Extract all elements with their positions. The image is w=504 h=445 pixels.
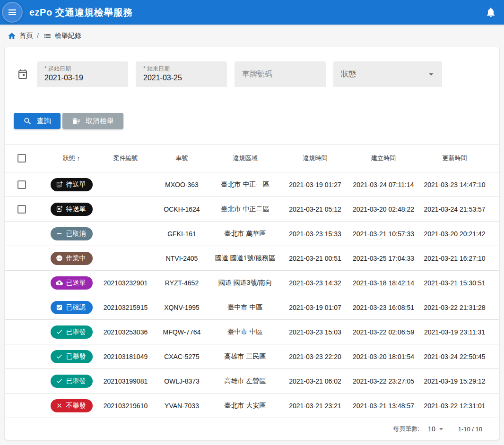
status-label: 不舉發 — [66, 402, 86, 410]
notifications-button[interactable] — [485, 7, 496, 18]
breadcrumb-home[interactable]: 首頁 — [8, 32, 33, 40]
sort-arrow-up-icon: ↑ — [77, 154, 80, 162]
area-cell: 臺中市 中區 — [210, 303, 280, 312]
status-icon — [56, 304, 63, 311]
breadcrumb-current-label: 檢舉紀錄 — [55, 32, 81, 40]
column-header-plate[interactable]: 車號 — [153, 154, 210, 163]
plate-input[interactable] — [235, 61, 326, 87]
cancel-report-button[interactable]: 取消檢舉 — [62, 113, 123, 129]
table-row: 待送單 MXOO-363 臺北市 中正一區 2021-03-19 01:27 2… — [5, 172, 499, 197]
updated-time-cell: 2021-03-24 22:50:45 — [417, 353, 499, 360]
app-title: ezPo 交通違規檢舉服務 — [29, 6, 133, 19]
updated-time-cell: 2021-03-20 20:21:42 — [417, 230, 499, 238]
end-date-value: 2021-03-25 — [143, 74, 219, 82]
action-bar: 查詢 取消檢舉 — [14, 113, 499, 129]
end-date-field[interactable]: * 結束日期 2021-03-25 — [136, 61, 227, 87]
row-checkbox[interactable] — [17, 180, 26, 189]
status-icon — [56, 181, 63, 188]
plate-cell: OWLJ-8373 — [153, 377, 210, 385]
menu-button[interactable] — [2, 2, 23, 23]
status-icon — [56, 279, 63, 286]
plate-cell: MFQW-7764 — [153, 328, 210, 336]
pagination-range: 1-10 / 10 — [458, 426, 482, 433]
status-select[interactable]: 狀態 — [333, 61, 442, 87]
chevron-down-icon — [426, 69, 436, 79]
violation-time-cell: 2021-03-19 01:27 — [280, 181, 350, 188]
plate-cell: CXAC-5275 — [153, 353, 210, 360]
created-time-cell: 2021-03-22 23:27:05 — [350, 377, 417, 385]
calendar-icon — [17, 68, 28, 80]
created-time-cell: 2021-03-20 02:48:22 — [350, 205, 417, 213]
area-cell: 臺北市 大安區 — [210, 402, 280, 410]
status-label: 已舉發 — [66, 328, 86, 336]
home-icon — [8, 32, 16, 40]
plate-cell: GFKI-161 — [153, 230, 210, 238]
column-header-violation-time[interactable]: 違規時間 — [280, 154, 350, 163]
status-icon — [56, 205, 63, 213]
per-page-value: 10 — [428, 425, 435, 433]
updated-time-cell: 2021-03-19 15:29:12 — [417, 377, 499, 385]
column-header-case-number[interactable]: 案件編號 — [98, 154, 153, 163]
delete-sweep-icon — [72, 117, 81, 126]
column-header-status[interactable]: 狀態↑ — [45, 154, 98, 163]
updated-time-cell: 2021-03-23 14:47:10 — [417, 181, 499, 188]
select-all-checkbox[interactable] — [17, 154, 26, 163]
status-badge: 已舉發 — [51, 350, 93, 363]
start-date-value: 2021-03-19 — [44, 74, 121, 82]
area-cell: 臺北市 中正一區 — [210, 180, 280, 189]
status-icon — [56, 255, 63, 262]
column-header-created-time[interactable]: 建立時間 — [350, 154, 417, 163]
area-cell: 國道 國道1號/服務區 — [210, 254, 280, 263]
table-row: 已取消 GFKI-161 臺北市 萬華區 2021-03-23 15:33 20… — [5, 222, 499, 246]
search-button-label: 查詢 — [37, 117, 51, 126]
updated-time-cell: 2021-03-22 12:31:01 — [417, 402, 499, 410]
search-button[interactable]: 查詢 — [14, 113, 61, 129]
status-icon — [56, 377, 63, 385]
updated-time-cell: 2021-03-21 16:27:10 — [417, 255, 499, 262]
table-row: 已舉發 202103181049 CXAC-5275 高雄市 三民區 2021-… — [5, 344, 499, 369]
row-checkbox[interactable] — [17, 205, 26, 214]
created-time-cell: 2021-03-23 16:08:51 — [350, 304, 417, 311]
status-select-label: 狀態 — [341, 69, 356, 79]
violation-time-cell: 2021-03-23 15:03 — [280, 328, 350, 336]
status-icon — [56, 230, 63, 237]
per-page-select[interactable]: 10 — [428, 424, 446, 434]
breadcrumb-current: 檢舉紀錄 — [43, 32, 81, 40]
violation-time-cell: 2021-03-21 23:21 — [280, 402, 350, 410]
plate-cell: MXOO-363 — [153, 181, 210, 188]
status-badge: 已送單 — [51, 276, 93, 290]
table-header-row: 狀態↑ 案件編號 車號 違規區域 違規時間 建立時間 更新時間 — [5, 144, 499, 172]
case-number-cell: 202103181049 — [98, 353, 153, 360]
status-label: 已送單 — [66, 279, 86, 287]
cancel-report-button-label: 取消檢舉 — [86, 117, 114, 126]
status-icon — [56, 328, 63, 335]
status-label: 作業中 — [66, 254, 86, 263]
status-badge: 不舉發 — [51, 399, 93, 412]
violation-time-cell: 2021-03-23 14:32 — [280, 279, 350, 287]
area-cell: 臺中市 中區 — [210, 328, 280, 336]
plate-cell: RYZT-4652 — [153, 279, 210, 287]
updated-time-cell: 2021-03-21 15:30:51 — [417, 279, 499, 287]
status-badge: 已取消 — [51, 227, 93, 240]
created-time-cell: 2021-03-24 07:11:14 — [350, 181, 417, 188]
status-badge: 作業中 — [51, 252, 93, 265]
breadcrumb: 首頁 / 檢舉紀錄 — [0, 25, 504, 47]
area-cell: 高雄市 三民區 — [210, 352, 280, 361]
column-header-updated-time[interactable]: 更新時間 — [417, 154, 499, 163]
table-row: 不舉發 202103219610 YVAN-7033 臺北市 大安區 2021-… — [5, 394, 499, 418]
filter-bar: * 起始日期 2021-03-19 * 結束日期 2021-03-25 狀態 — [5, 47, 499, 87]
column-header-area[interactable]: 違規區域 — [210, 154, 280, 163]
created-time-cell: 2021-03-21 13:48:57 — [350, 402, 417, 410]
table-row: 已舉發 202103253036 MFQW-7764 臺中市 中區 2021-0… — [5, 320, 499, 344]
start-date-field[interactable]: * 起始日期 2021-03-19 — [37, 61, 128, 87]
end-date-label: * 結束日期 — [143, 65, 219, 72]
status-label: 已舉發 — [66, 352, 86, 361]
case-number-cell: 202103232901 — [98, 279, 153, 287]
updated-time-cell: 2021-03-22 21:31:28 — [417, 304, 499, 311]
area-cell: 高雄市 左營區 — [210, 377, 280, 385]
records-card: * 起始日期 2021-03-19 * 結束日期 2021-03-25 狀態 查… — [5, 47, 499, 440]
status-label: 已確認 — [66, 303, 86, 312]
plate-cell: OCKH-1624 — [153, 205, 210, 213]
app-header: ezPo 交通違規檢舉服務 — [0, 0, 504, 25]
violation-time-cell: 2021-03-21 05:12 — [280, 205, 350, 213]
